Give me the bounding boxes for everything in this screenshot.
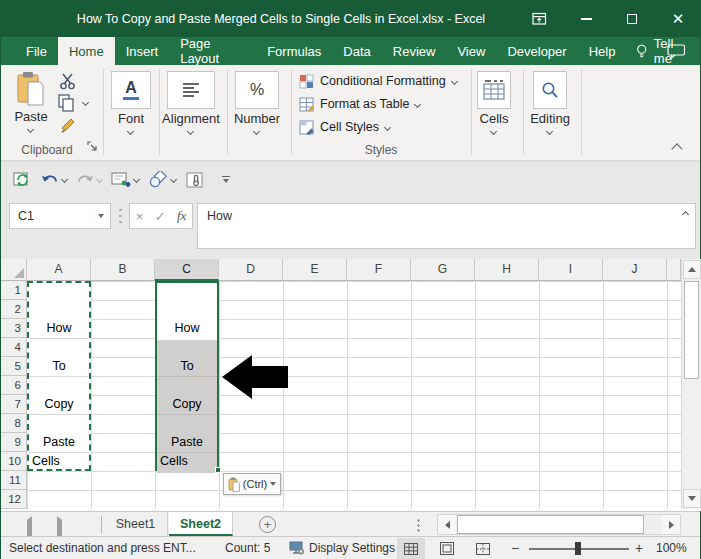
conditional-formatting-button[interactable]: Conditional Formatting bbox=[299, 71, 457, 91]
tab-page-layout[interactable]: Page Layout bbox=[169, 37, 256, 65]
touch-mode-button[interactable] bbox=[185, 171, 205, 189]
tab-review[interactable]: Review bbox=[382, 37, 447, 65]
row-header-9[interactable]: 9 bbox=[1, 433, 27, 452]
ribbon-display-options-button[interactable] bbox=[528, 9, 550, 29]
column-header-j[interactable]: J bbox=[603, 259, 667, 281]
tab-home[interactable]: Home bbox=[58, 37, 115, 65]
row-header-7[interactable]: 7 bbox=[1, 395, 27, 414]
scroll-left-button[interactable] bbox=[438, 515, 456, 534]
fill-handle[interactable] bbox=[215, 467, 221, 473]
cancel-icon[interactable]: × bbox=[136, 209, 144, 224]
paste-button[interactable] bbox=[15, 71, 47, 107]
share-dropdown-icon[interactable] bbox=[133, 176, 140, 183]
cell-c-to[interactable]: To bbox=[157, 357, 217, 376]
redo-dropdown-icon[interactable] bbox=[96, 176, 103, 183]
row-header-8[interactable]: 8 bbox=[1, 414, 27, 433]
scroll-up-button[interactable] bbox=[683, 260, 701, 279]
row-header-3[interactable]: 3 bbox=[1, 319, 27, 338]
redo-button[interactable] bbox=[76, 172, 102, 187]
editing-group-button[interactable] bbox=[533, 71, 567, 109]
tab-formulas[interactable]: Formulas bbox=[256, 37, 332, 65]
font-group-button[interactable]: A bbox=[111, 71, 151, 109]
column-header-partial[interactable] bbox=[667, 259, 681, 281]
zoom-in-button[interactable]: + bbox=[635, 537, 643, 559]
normal-view-button[interactable] bbox=[397, 538, 425, 559]
maximize-button[interactable] bbox=[621, 9, 643, 29]
customize-qat-button[interactable] bbox=[222, 176, 230, 183]
page-break-preview-button[interactable] bbox=[469, 538, 497, 559]
cut-button[interactable] bbox=[59, 73, 77, 94]
shapes-dropdown-icon[interactable] bbox=[170, 176, 177, 183]
new-sheet-button[interactable]: + bbox=[259, 516, 276, 533]
row-header-11[interactable]: 11 bbox=[1, 471, 27, 490]
tab-file[interactable]: File bbox=[15, 37, 58, 65]
tab-developer[interactable]: Developer bbox=[496, 37, 577, 65]
save-button[interactable] bbox=[13, 171, 32, 188]
paste-dropdown-icon[interactable] bbox=[27, 126, 34, 133]
cell-a-to[interactable]: To bbox=[29, 357, 89, 376]
number-group-button[interactable]: % bbox=[235, 71, 279, 109]
column-header-d[interactable]: D bbox=[219, 259, 283, 281]
copy-dropdown-icon[interactable] bbox=[82, 99, 89, 106]
cell-styles-button[interactable]: Cell Styles bbox=[299, 117, 390, 137]
copy-button[interactable] bbox=[58, 94, 75, 116]
tab-help[interactable]: Help bbox=[578, 37, 627, 65]
column-header-a[interactable]: A bbox=[27, 259, 91, 281]
horizontal-scrollbar-thumb[interactable] bbox=[457, 515, 644, 534]
clipboard-dialog-launcher[interactable] bbox=[87, 138, 98, 156]
row-header-5[interactable]: 5 bbox=[1, 357, 27, 376]
comments-button[interactable] bbox=[667, 44, 686, 63]
cell-c-copy[interactable]: Copy bbox=[157, 395, 217, 414]
page-layout-view-button[interactable] bbox=[433, 538, 461, 559]
tab-data[interactable]: Data bbox=[332, 37, 381, 65]
column-header-g[interactable]: G bbox=[411, 259, 475, 281]
undo-dropdown-icon[interactable] bbox=[61, 176, 68, 183]
cell-c-cells[interactable]: Cells bbox=[157, 452, 217, 471]
tell-me-box[interactable]: Tell me bbox=[626, 37, 700, 65]
formula-bar-resize-grip[interactable] bbox=[119, 207, 122, 225]
column-header-h[interactable]: H bbox=[475, 259, 539, 281]
tab-view[interactable]: View bbox=[446, 37, 496, 65]
column-header-f[interactable]: F bbox=[347, 259, 411, 281]
row-header-4[interactable]: 4 bbox=[1, 338, 27, 357]
pasted-selection-range[interactable]: How To Copy Paste Cells bbox=[155, 281, 219, 471]
cell-c-how[interactable]: How bbox=[157, 319, 217, 338]
tab-insert[interactable]: Insert bbox=[115, 37, 170, 65]
column-header-e[interactable]: E bbox=[283, 259, 347, 281]
cells-dropdown-icon[interactable] bbox=[490, 128, 497, 135]
zoom-out-button[interactable]: − bbox=[511, 537, 519, 559]
row-header-1[interactable]: 1 bbox=[1, 281, 27, 300]
name-box-dropdown[interactable] bbox=[90, 214, 110, 218]
cells-area[interactable] bbox=[27, 281, 681, 509]
row-header-2[interactable]: 2 bbox=[1, 300, 27, 319]
format-as-table-button[interactable]: Format as Table bbox=[299, 94, 420, 114]
name-box[interactable]: C1 bbox=[9, 203, 111, 229]
paste-options-button[interactable]: (Ctrl) bbox=[223, 473, 281, 495]
vertical-scrollbar-thumb[interactable] bbox=[684, 281, 699, 379]
cell-a-copy[interactable]: Copy bbox=[29, 395, 89, 414]
format-painter-button[interactable] bbox=[59, 116, 77, 138]
select-all-button[interactable] bbox=[1, 259, 27, 281]
font-dropdown-icon[interactable] bbox=[127, 128, 134, 135]
sheet-tab-sheet1[interactable]: Sheet1 bbox=[104, 512, 168, 536]
enter-icon[interactable]: ✓ bbox=[155, 209, 166, 224]
row-header-6[interactable]: 6 bbox=[1, 376, 27, 395]
copied-source-range[interactable]: How To Copy Paste Cells bbox=[27, 281, 91, 471]
number-dropdown-icon[interactable] bbox=[253, 128, 260, 135]
alignment-dropdown-icon[interactable] bbox=[187, 128, 194, 135]
row-header-10[interactable]: 10 bbox=[1, 452, 27, 471]
display-settings-label[interactable]: Display Settings bbox=[309, 537, 395, 559]
editing-dropdown-icon[interactable] bbox=[546, 128, 553, 135]
shapes-button[interactable] bbox=[148, 171, 176, 188]
vertical-scrollbar[interactable] bbox=[681, 259, 701, 509]
minimize-button[interactable] bbox=[575, 9, 597, 29]
insert-function-icon[interactable]: fx bbox=[177, 208, 186, 224]
zoom-level[interactable]: 100% bbox=[656, 537, 687, 559]
cells-group-button[interactable] bbox=[477, 71, 511, 109]
alignment-group-button[interactable] bbox=[167, 71, 215, 109]
zoom-slider-thumb[interactable] bbox=[575, 542, 581, 555]
formula-input[interactable]: How bbox=[197, 203, 696, 249]
column-header-i[interactable]: I bbox=[539, 259, 603, 281]
share-button[interactable] bbox=[111, 172, 139, 188]
column-header-b[interactable]: B bbox=[91, 259, 155, 281]
